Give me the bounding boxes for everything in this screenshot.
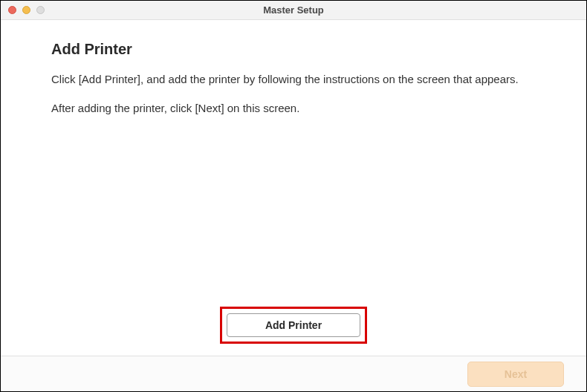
window-title: Master Setup	[1, 4, 586, 16]
window-frame: Master Setup Add Printer Click [Add Prin…	[0, 0, 587, 392]
titlebar: Master Setup	[1, 1, 586, 20]
footer-bar: Next	[1, 356, 586, 391]
content-area: Add Printer Click [Add Printer], and add…	[1, 20, 586, 356]
page-heading: Add Printer	[51, 41, 536, 58]
minimize-icon[interactable]	[22, 6, 30, 14]
next-button[interactable]: Next	[467, 362, 564, 387]
instruction-text-2: After adding the printer, click [Next] o…	[51, 100, 536, 117]
close-icon[interactable]	[8, 6, 16, 14]
zoom-icon	[36, 6, 45, 14]
add-printer-highlight: Add Printer	[220, 307, 367, 344]
instruction-text-1: Click [Add Printer], and add the printer…	[51, 71, 536, 88]
add-printer-button[interactable]: Add Printer	[227, 313, 360, 337]
traffic-lights	[1, 6, 45, 14]
